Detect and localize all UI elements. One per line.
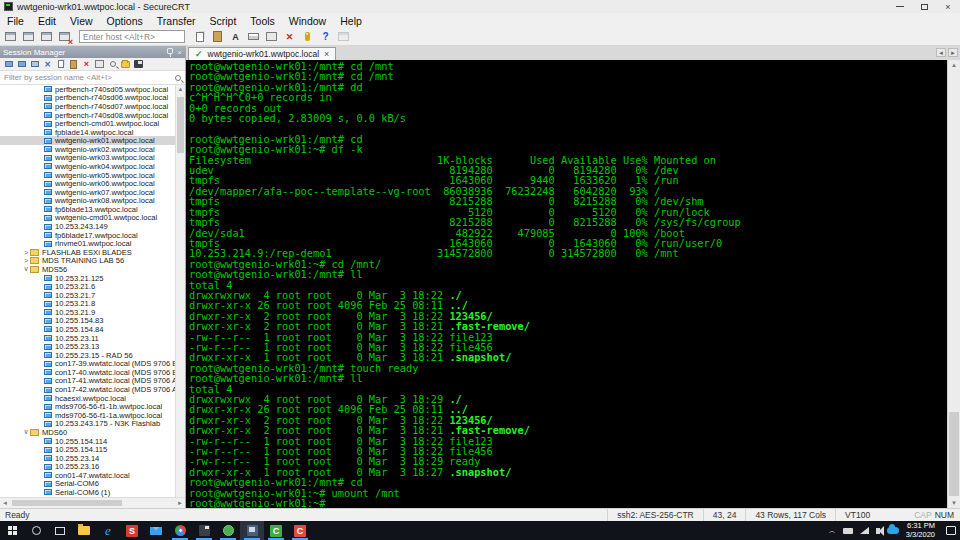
- chevron-down-icon[interactable]: ∨: [22, 265, 30, 273]
- pin-icon[interactable]: [167, 48, 173, 54]
- tree-host-wwtgenio-cmd01-wwtpoc-local[interactable]: wwtgenio-cmd01.wwtpoc.local: [0, 214, 175, 223]
- sm-trace-icon[interactable]: [29, 59, 40, 70]
- tree-folder-mds60[interactable]: ∨MDS60: [0, 428, 175, 437]
- tree-host-10-255-154-114[interactable]: 10.255.154.114: [0, 437, 175, 446]
- sm-paste-icon[interactable]: [68, 59, 79, 70]
- internet-explorer-button[interactable]: e: [96, 521, 120, 540]
- sm-connect-tab-icon[interactable]: [16, 59, 27, 70]
- tree-host-10-255-154-115[interactable]: 10.255.154.115: [0, 445, 175, 454]
- session-tree-hscrollbar[interactable]: ◄ ►: [0, 497, 185, 508]
- chevron-right-icon[interactable]: >: [22, 257, 30, 264]
- sm-connect-icon[interactable]: [3, 59, 14, 70]
- tree-host-mds9706-56-f1-1b-wwtpoc-local[interactable]: mds9706-56-f1-1b.wwtpoc.local: [0, 402, 175, 411]
- sm-properties-icon[interactable]: [94, 59, 105, 70]
- tree-folder-flashlab-esxi-blades[interactable]: >FLASHLAB ESXi BLADES: [0, 248, 175, 257]
- tree-host-fp6blade13-wwtpoc-local[interactable]: fp6blade13.wwtpoc.local: [0, 205, 175, 214]
- start-button[interactable]: [0, 521, 24, 540]
- tree-host-perfbench-r740sd05-wwtpoc-local[interactable]: perfbench-r740sd05.wwtpoc.local: [0, 85, 175, 94]
- sm-copy-icon[interactable]: [55, 59, 66, 70]
- menu-script[interactable]: Script: [203, 15, 244, 27]
- chrome-button[interactable]: [168, 521, 192, 540]
- hscrollbar-thumb[interactable]: [12, 500, 122, 506]
- session-filter-input[interactable]: Filter by session name <Alt+I>: [0, 71, 185, 85]
- tree-host-con17-39-wwtatc-local-mds-9706-b-sup[interactable]: con17-39.wwtatc.local (MDS 9706 B - SUP: [0, 360, 175, 369]
- menu-view[interactable]: View: [63, 15, 100, 27]
- tree-host-wwtgenio-wrk02-wwtpoc-local[interactable]: wwtgenio-wrk02.wwtpoc.local: [0, 145, 175, 154]
- tree-host-wwtgenio-wrk04-wwtpoc-local[interactable]: wwtgenio-wrk04.wwtpoc.local: [0, 162, 175, 171]
- sm-find-icon[interactable]: [107, 59, 118, 70]
- key-agent-icon[interactable]: [300, 30, 315, 44]
- tree-host-fp6blade17-wwtpoc-local[interactable]: fp6blade17.wwtpoc.local: [0, 231, 175, 240]
- paste-icon[interactable]: [210, 30, 225, 44]
- tree-folder-mds-training-lab-56[interactable]: >MDS TRAINING LAB 56: [0, 257, 175, 266]
- securecrt-taskbar-button[interactable]: [240, 521, 264, 540]
- console-app-button[interactable]: [192, 521, 216, 540]
- menu-transfer[interactable]: Transfer: [150, 15, 203, 27]
- sm-delete-icon[interactable]: ×: [81, 59, 92, 70]
- tree-host-10-253-243-175-n3k-flashlab[interactable]: 10.253.243.175 - N3K Flashlab: [0, 420, 175, 429]
- taskbar-clock[interactable]: 6:31 PM 3/3/2020: [906, 522, 935, 539]
- tree-host-mds9706-56-f1-1a-wwtpoc-local[interactable]: mds9706-56-f1-1a.wwtpoc.local: [0, 411, 175, 420]
- terminal-scroll-up-icon[interactable]: ▲: [948, 60, 960, 70]
- touch-keyboard-icon[interactable]: [843, 528, 853, 534]
- s-app-button[interactable]: S: [120, 521, 144, 540]
- tree-host-perfbench-r740sd06-wwtpoc-local[interactable]: perfbench-r740sd06.wwtpoc.local: [0, 94, 175, 103]
- task-view-button[interactable]: [48, 521, 72, 540]
- chevron-right-icon[interactable]: >: [22, 249, 30, 256]
- search-button[interactable]: [24, 521, 48, 540]
- chat-window-icon[interactable]: [336, 30, 351, 44]
- tree-host-fpblade14-wwtpoc-local[interactable]: fpblade14.wwtpoc.local: [0, 128, 175, 137]
- tab-scroll-right-icon[interactable]: ►: [948, 48, 958, 57]
- menu-tools[interactable]: Tools: [243, 15, 282, 27]
- maximize-button[interactable]: [912, 0, 936, 13]
- close-button[interactable]: ×: [936, 0, 960, 13]
- volume-icon[interactable]: [876, 528, 880, 534]
- tree-host-con17-40-wwtatc-local-mds-9706-b-sup[interactable]: con17-40.wwtatc.local (MDS 9706 B - SUP: [0, 368, 175, 377]
- scroll-right-icon[interactable]: ►: [177, 500, 183, 506]
- network-icon[interactable]: [860, 527, 869, 534]
- tree-host-hcaesxi-wwtpoc-local[interactable]: hcaesxi.wwtpoc.local: [0, 394, 175, 403]
- tree-host-con01-47-wwtatc-local[interactable]: con01-47.wwtatc.local: [0, 471, 175, 480]
- tree-host-10-253-243-149[interactable]: 10.253.243.149: [0, 222, 175, 231]
- menu-file[interactable]: File: [0, 15, 31, 27]
- tree-host-10-253-21-8[interactable]: 10.253.21.8: [0, 299, 175, 308]
- session-tab[interactable]: ✓ wwtgenio-wrk01.wwtpoc.local ×: [188, 47, 336, 60]
- terminal-screen[interactable]: root@wwtgenio-wrk01:/mnt# cd /mntroot@ww…: [186, 60, 947, 508]
- tree-host-10-253-21-7[interactable]: 10.253.21.7: [0, 291, 175, 300]
- tab-scroll-left-icon[interactable]: ◄: [936, 48, 946, 57]
- tree-host-10-255-154-84[interactable]: 10.255.154.84: [0, 325, 175, 334]
- tree-host-perfbench-r740sd08-wwtpoc-local[interactable]: perfbench-r740sd08.wwtpoc.local: [0, 111, 175, 120]
- tree-host-10-255-23-13[interactable]: 10.255.23.13: [0, 342, 175, 351]
- connect-dialog-icon[interactable]: [21, 30, 36, 44]
- tree-host-10-253-21-125[interactable]: 10.253.21.125: [0, 274, 175, 283]
- sm-cut-icon[interactable]: ✕: [42, 59, 53, 70]
- session-tree-scrollbar[interactable]: ▲: [175, 85, 185, 497]
- scrollbar-thumb[interactable]: [177, 97, 184, 153]
- tab-close-icon[interactable]: ×: [324, 49, 329, 59]
- scroll-left-icon[interactable]: ◄: [2, 500, 8, 506]
- session-options-icon[interactable]: [264, 30, 279, 44]
- red-c-app-button[interactable]: C: [288, 521, 312, 540]
- mail-button[interactable]: [144, 521, 168, 540]
- tree-host-10-255-154-83[interactable]: 10.255.154.83: [0, 317, 175, 326]
- print-icon[interactable]: [246, 30, 261, 44]
- menu-edit[interactable]: Edit: [31, 15, 63, 27]
- quick-connect-icon[interactable]: [39, 30, 54, 44]
- tree-host-con17-42-wwtatc-local-mds-9706-a-sup1[interactable]: con17-42.wwtatc.local (MDS 9706 A - SUP1: [0, 385, 175, 394]
- file-explorer-button[interactable]: [72, 521, 96, 540]
- tree-host-10-255-23-15-rad-56[interactable]: 10.255.23.15 - RAD 56: [0, 351, 175, 360]
- tree-host-10-253-21-6[interactable]: 10.253.21.6: [0, 282, 175, 291]
- tree-host-10-255-23-16[interactable]: 10.255.23.16: [0, 462, 175, 471]
- find-icon[interactable]: A: [228, 30, 243, 44]
- help-icon[interactable]: ?: [318, 30, 333, 44]
- tree-host-wwtgenio-wrk05-wwtpoc-local[interactable]: wwtgenio-wrk05.wwtpoc.local: [0, 171, 175, 180]
- menu-options[interactable]: Options: [100, 15, 150, 27]
- session-manager-toggle-icon[interactable]: [3, 30, 18, 44]
- scroll-up-icon[interactable]: ▲: [176, 85, 185, 94]
- onedrive-icon[interactable]: [887, 527, 899, 534]
- sm-dock-icon[interactable]: [133, 59, 144, 70]
- tree-host-wwtgenio-wrk01-wwtpoc-local[interactable]: wwtgenio-wrk01.wwtpoc.local: [0, 136, 175, 145]
- tree-host-serial-com6[interactable]: Serial-COM6: [0, 480, 175, 489]
- chevron-down-icon[interactable]: ∨: [22, 428, 30, 436]
- minimize-button[interactable]: [888, 0, 912, 13]
